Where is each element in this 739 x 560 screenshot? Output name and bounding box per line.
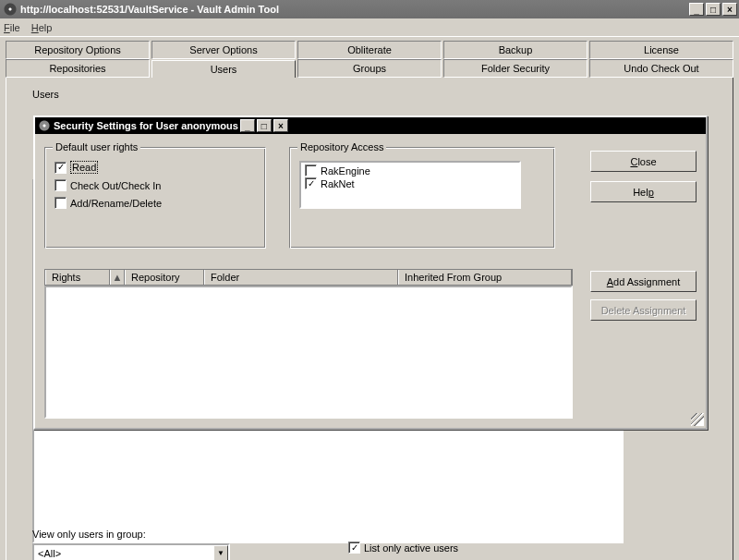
resize-grip-icon[interactable] [691,413,704,426]
app-icon [4,3,17,16]
repo-rakengine-label: RakEngine [321,165,370,177]
list-active-label: List only active users [364,542,458,554]
dialog-title: Security Settings for User anonymous [54,120,238,131]
tab-server-options[interactable]: Server Options [151,41,296,59]
list-active-checkbox[interactable]: ✓ [348,542,360,554]
menu-file[interactable]: File [4,22,20,33]
main-titlebar: http://localhost:52531/VaultService - Va… [0,0,739,18]
menu-help[interactable]: Help [31,22,53,33]
tab-obliterate[interactable]: Obliterate [297,41,442,59]
dialog-icon [39,120,50,131]
checkout-checkbox[interactable] [55,179,67,191]
window-title: http://localhost:52531/VaultService - Va… [20,4,279,15]
read-checkbox[interactable]: ✓ [55,162,67,174]
tabs-row-2: Repositories Users Groups Folder Securit… [6,59,733,78]
group-filter-combo[interactable]: <All> ▼ [32,543,230,560]
menubar: File Help [0,18,739,37]
users-label: Users [32,89,59,100]
filter-label: View only users in group: [32,529,230,540]
col-rights[interactable]: Rights [45,270,110,285]
dialog-minimize-button[interactable]: _ [240,119,255,132]
tab-folder-security[interactable]: Folder Security [443,59,588,78]
repo-rakengine-checkbox[interactable] [305,164,317,177]
repo-raknet-label: RakNet [321,178,355,189]
repo-raknet-checkbox[interactable]: ✓ [305,177,317,189]
repo-list[interactable]: RakEngine ✓ RakNet [299,161,521,209]
tab-license[interactable]: License [589,41,733,59]
sort-indicator-icon[interactable]: ▲ [110,270,125,285]
dialog-close-button[interactable]: × [273,119,288,132]
add-assignment-button[interactable]: Add Assignment [590,271,697,292]
assignments-list[interactable] [44,286,573,419]
checkout-label: Check Out/Check In [70,180,161,191]
modify-label: Add/Rename/Delete [70,198,162,209]
delete-assignment-button[interactable]: Delete Assignment [590,299,697,321]
tab-users[interactable]: Users [151,60,296,79]
modify-checkbox[interactable] [55,197,67,209]
default-rights-group: Default user rights ✓ Read Check Out/Che… [44,147,266,249]
close-button[interactable]: × [722,3,737,16]
col-repository[interactable]: Repository [125,270,204,285]
tab-undo-check-out[interactable]: Undo Check Out [589,59,733,78]
repo-access-group: Repository Access RakEngine ✓ RakNet [289,147,555,249]
col-inherited[interactable]: Inherited From Group [398,270,572,285]
tab-backup[interactable]: Backup [443,41,588,59]
dialog-titlebar: Security Settings for User anonymous _ □… [35,117,706,134]
tab-groups[interactable]: Groups [297,59,442,78]
chevron-down-icon[interactable]: ▼ [213,545,228,560]
help-button[interactable]: Help [590,181,697,202]
repo-access-legend: Repository Access [297,141,386,152]
dialog-maximize-button[interactable]: □ [257,119,272,132]
read-label: Read [70,161,98,174]
tabs-row-1: Repository Options Server Options Oblite… [6,41,733,59]
security-settings-dialog: Security Settings for User anonymous _ □… [33,116,708,430]
tab-repository-options[interactable]: Repository Options [6,41,150,59]
assignments-header: Rights ▲ Repository Folder Inherited Fro… [44,269,573,286]
close-button-dialog[interactable]: Close [590,151,697,172]
tab-repositories[interactable]: Repositories [6,59,150,78]
minimize-button[interactable]: _ [689,3,704,16]
col-folder[interactable]: Folder [204,270,398,285]
maximize-button[interactable]: □ [706,3,721,16]
group-filter-value: <All> [38,548,61,559]
default-rights-legend: Default user rights [53,141,140,152]
